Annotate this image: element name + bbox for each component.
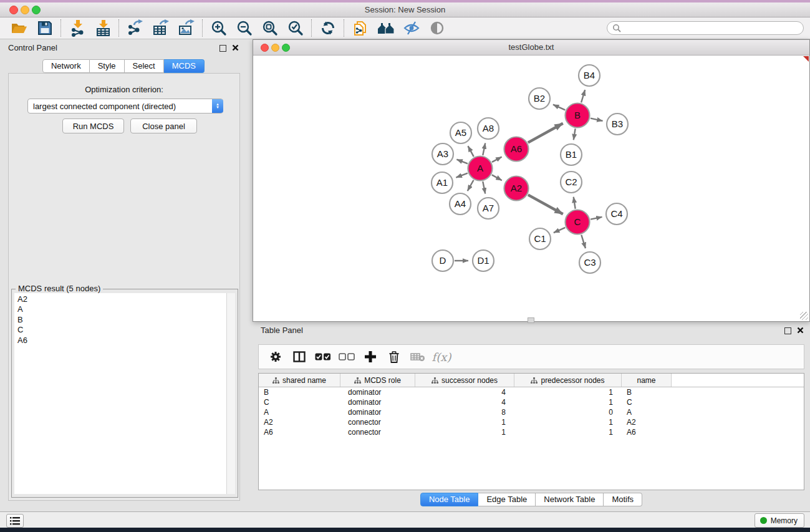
table-cell[interactable]: dominator [340,388,415,397]
duplicate-network-button[interactable] [347,19,373,37]
close-panel-button[interactable]: Close panel [130,118,197,133]
import-table-button[interactable] [90,19,115,37]
zoom-window-button[interactable] [32,6,41,14]
deselect-all-columns-button[interactable] [335,347,359,367]
table-cell[interactable]: connector [340,428,415,437]
export-network-button[interactable] [122,19,148,37]
column-header-shared-name[interactable]: shared name [259,374,340,387]
table-cell[interactable]: B [259,388,340,397]
result-list-item[interactable]: A2 [17,294,226,304]
close-window-button[interactable] [9,6,18,14]
graph-edge-A-A6[interactable] [492,157,502,162]
minimize-view-button[interactable] [271,44,279,52]
zoom-in-button[interactable] [206,19,231,37]
result-list-item[interactable]: C [17,325,226,335]
table-cell[interactable]: B [622,388,672,397]
table-cell[interactable]: dominator [340,398,415,407]
birdseye-toggle-icon[interactable] [803,56,809,62]
network-canvas[interactable]: B4B2BB3A8A5A6A3B1AA1C2A2A4A7C4CC1C3DD1 [253,56,809,321]
table-cell[interactable]: C [622,398,672,407]
task-history-button[interactable] [6,514,24,528]
result-list-item[interactable]: A6 [17,336,226,346]
column-header-successor-nodes[interactable]: successor nodes [415,374,514,387]
table-settings-button[interactable] [264,347,287,367]
graph-edge-B-B3[interactable] [591,118,603,121]
table-cell[interactable]: 1 [514,428,622,437]
split-divider-handle[interactable] [528,317,534,323]
table-cell[interactable]: A2 [259,418,340,427]
table-cell[interactable]: 1 [415,428,514,437]
zoom-out-button[interactable] [231,19,257,37]
graph-edge-A-A8[interactable] [483,143,485,155]
select-all-columns-button[interactable] [311,347,335,367]
result-list-item[interactable]: A [17,304,226,314]
table-row[interactable]: A2connector11A2 [259,417,804,427]
search-field[interactable] [607,21,804,35]
table-cell[interactable]: 1 [514,398,622,407]
run-mcds-button[interactable]: Run MCDS [62,118,124,133]
column-header-MCDS-role[interactable]: MCDS role [340,374,415,387]
table-cell[interactable]: A6 [259,428,340,437]
graph-edge-A-A2[interactable] [492,175,502,180]
table-cell[interactable]: 1 [415,418,514,427]
show-column-panel-button[interactable] [287,347,311,367]
function-builder-button[interactable]: f(x) [430,347,453,367]
save-session-button[interactable] [32,19,57,37]
graph-edge-A-A5[interactable] [468,146,473,157]
table-cell[interactable]: dominator [340,408,415,417]
hide-selected-button[interactable] [398,19,424,37]
graph-edge-B-B1[interactable] [574,128,576,140]
graph-edge-C-C1[interactable] [554,228,566,233]
table-cell[interactable]: 8 [415,408,514,417]
graph-edge-B-B2[interactable] [553,105,565,110]
zoom-fit-button[interactable] [257,19,282,37]
delete-table-button[interactable] [406,347,430,367]
tab-edge-table[interactable]: Edge Table [478,493,536,506]
zoom-view-button[interactable] [282,44,290,52]
graph-edge-A-A1[interactable] [456,173,467,178]
open-session-button[interactable] [6,19,32,37]
graph-edge-C-C4[interactable] [591,217,602,220]
result-list-scrollbar[interactable] [227,293,235,494]
window-resize-grip[interactable] [800,312,808,320]
delete-column-button[interactable] [382,347,406,367]
float-panel-button[interactable] [219,45,226,52]
table-row[interactable]: Cdominator41C [259,397,804,407]
table-cell[interactable]: 1 [514,418,622,427]
tab-motifs[interactable]: Motifs [604,493,642,506]
table-row[interactable]: Adominator80A [259,407,804,417]
graph-edge-A-A7[interactable] [483,181,485,193]
tab-node-table[interactable]: Node Table [420,493,479,506]
tab-network[interactable]: Network [42,59,90,73]
create-column-button[interactable] [359,347,382,367]
show-all-button[interactable] [424,19,450,37]
tab-style[interactable]: Style [90,59,125,73]
home-button[interactable] [373,19,398,37]
table-cell[interactable]: C [259,398,340,407]
import-network-button[interactable] [64,19,90,37]
table-cell[interactable]: 4 [415,398,514,407]
graph-edge-A-A4[interactable] [468,180,474,191]
tab-select[interactable]: Select [125,59,164,73]
close-view-button[interactable] [261,44,269,52]
export-image-button[interactable] [173,19,199,37]
graph-edge-A6-B[interactable] [528,123,563,143]
tab-network-table[interactable]: Network Table [536,493,604,506]
export-table-button[interactable] [148,19,173,37]
float-panel-button[interactable] [784,327,791,334]
graph-edge-A2-C[interactable] [528,195,563,214]
table-cell[interactable]: A6 [622,428,672,437]
result-list-item[interactable]: B [17,315,226,325]
memory-button[interactable]: Memory [755,513,804,528]
column-header-name[interactable]: name [622,374,672,387]
close-panel-icon[interactable] [232,44,239,51]
zoom-selected-button[interactable] [282,19,308,37]
tab-mcds[interactable]: MCDS [164,59,205,73]
search-input[interactable] [621,23,798,33]
graph-edge-C-C3[interactable] [581,235,586,249]
table-cell[interactable]: 4 [415,388,514,397]
table-cell[interactable]: 1 [514,388,622,397]
optimization-criterion-dropdown[interactable]: largest connected component (directed) ▲… [27,99,223,114]
table-cell[interactable]: 0 [514,408,622,417]
table-cell[interactable]: connector [340,418,415,427]
